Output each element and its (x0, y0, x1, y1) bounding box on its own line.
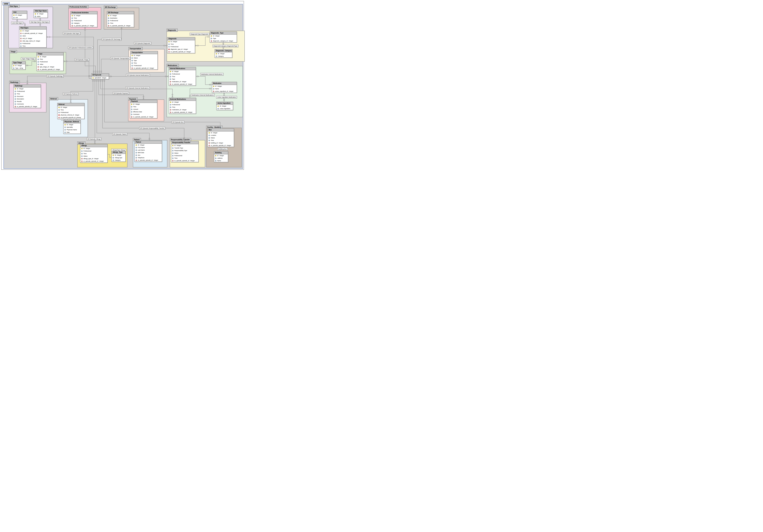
entity-allergy-type[interactable]: Allergy_Typeid : integerAllergy typeCate… (111, 151, 126, 162)
entity-allergy[interactable]: Allergyid : integerProfessionalTimeStatu… (80, 144, 108, 163)
entity-external-medications[interactable]: External Medicationsid : integerProfessi… (169, 98, 196, 114)
entity-vital-signs[interactable]: Vital Signsid : integerer_episode_episod… (19, 26, 47, 47)
attribute-label: Document (17, 96, 23, 97)
relation-label-er-episode-internal-medications[interactable]: ER Episode Internal Medications (126, 74, 150, 76)
group-tab-vital-signs[interactable]: Vital Signs (8, 5, 20, 8)
attribute-icon (81, 153, 83, 154)
entity-er-discharge[interactable]: ER Dischargeid : integerDestinationProfe… (107, 11, 134, 27)
attribute-label: unit (15, 17, 18, 18)
attribute-row: Comment (130, 113, 157, 116)
entity-diagnostic-category[interactable]: Diagnostic_Categoryid : integerCategory (215, 49, 232, 58)
group-tab-triage[interactable]: Triage (10, 50, 17, 53)
relation-label-er-episode-payment[interactable]: ER Episode Payment (113, 92, 129, 95)
group-tab-diagnostic[interactable]: Diagnostic (166, 29, 178, 32)
relation-label-er-episode-referral[interactable]: ER Episode Referral (63, 93, 78, 95)
entity-medication[interactable]: Medicationid : integerNameactive_ingredi… (212, 82, 237, 93)
relation-label-physicianreferral-referral[interactable]: PhysicianReferral Referral (61, 118, 81, 120)
group-tab-medications[interactable]: Medications (166, 64, 179, 67)
group-tab-professional-activities[interactable]: Professional Activities (68, 5, 89, 8)
relation-label-er-episode-box[interactable]: ER Episode Box (171, 121, 184, 124)
attribute-label: er_episode_episode_id : integer (211, 145, 231, 146)
group-tab-transportation[interactable]: Transportation (128, 47, 143, 50)
entity-responsability-transfer[interactable]: Responsability Transferid : integerTrans… (171, 141, 199, 162)
entity-title-referral: Referral (57, 103, 84, 106)
relation-label-unit-vital-signs[interactable]: Unit Vital Signs (11, 22, 23, 24)
group-tab-responsability-transfer[interactable]: Responsability Transfer (170, 138, 191, 141)
relation-label-medication-external-medications[interactable]: Medication External Medications (191, 94, 215, 96)
attribute-label: Category (74, 22, 80, 24)
relation-label-active-ingredient-medication[interactable]: Active Ingredient Medication (216, 96, 237, 98)
attribute-label: id : integer (37, 13, 44, 15)
entity-active-ingredient[interactable]: Active Ingredientid : integerActive Ingr… (216, 102, 233, 110)
relation-label-er-episode-triage[interactable]: ER Episode Triage (75, 58, 89, 61)
entity-triage[interactable]: Triageid : integerTimeProfessionalValuet… (37, 52, 63, 71)
entity-vital-sign-name[interactable]: Vital Sign Nameid : integername (34, 9, 48, 18)
relation-label-er-episode-vital-signs[interactable]: ER Episode Vital Signs (63, 32, 80, 35)
attribute-row: vital_sign_name_id : integer (19, 40, 46, 42)
relation-label-er-episode-allergy[interactable]: ER Episode Allergy (87, 138, 101, 140)
attribute-row: medication_id : integer (169, 80, 196, 83)
relation-label-er-episode-diagnostic[interactable]: ER Episode Diagnostic (134, 42, 151, 44)
entity-building[interactable]: Buildingid : integerAddressName (214, 151, 228, 162)
group-tab-radiology[interactable]: Radiology (9, 81, 20, 84)
relation-label-diagnosticcategory-diagnostictype[interactable]: DiagnosticCategory DiagnosticType (212, 44, 238, 47)
relation-label-medication-internal-medications[interactable]: Medication Internal Medications (200, 73, 223, 76)
entity-internal-medications[interactable]: Internal Medicationsid : integerProfessi… (168, 67, 196, 86)
entity-type-triage[interactable]: Type Triageid : integerType : string (12, 61, 26, 70)
entity-er-episode[interactable]: ER EpisodeepisodeId : integer (91, 73, 109, 79)
attribute-icon (170, 78, 171, 80)
attribute-icon (13, 17, 15, 18)
attribute-icon (15, 91, 16, 92)
relation-label-er-episode-professional-activities[interactable]: ER Episode Professional Activities (68, 46, 93, 49)
relation-label-type-triage-triage[interactable]: Type Triage Triage (21, 57, 36, 60)
entity-unit[interactable]: Unitid : integerunit (12, 11, 27, 19)
attribute-label: id : integer (218, 53, 225, 54)
primary-key-icon (20, 30, 22, 32)
relation-label-er-episode-patient[interactable]: ER Episode Patient (112, 133, 127, 135)
attribute-row: Type (169, 78, 196, 80)
entity-title-external-medications: External Medications (169, 98, 196, 101)
relation-label-er-episode-responsability-transfer[interactable]: ER Episode Responsability Transfer (139, 127, 165, 130)
relation-label-vital-sign-name-vital-signs[interactable]: Vital Sign Name Vital Signs (29, 21, 50, 23)
attribute-row: id : integer (217, 105, 233, 107)
entity-referral[interactable]: Referralid : integerTimeProfessionalphys… (57, 103, 84, 119)
entity-diagnostic[interactable]: Diagnosticid : integerTimeProfessionaldi… (167, 37, 195, 53)
attribute-icon (170, 73, 171, 75)
entity-box[interactable]: Boxid : integerLocationStatusTimebuildin… (207, 128, 234, 147)
attribute-row: id : integer (214, 154, 228, 157)
entity-physician-referral[interactable]: Physician_Referralid : integerSpeciality… (63, 120, 81, 134)
foreign-key-icon (131, 67, 133, 69)
entity-transportation[interactable]: Transportationid : integerStatusTypeTime… (130, 51, 158, 70)
attribute-row: Time (57, 109, 84, 111)
attribute-label: id : integer (174, 145, 181, 146)
attribute-icon (113, 157, 114, 158)
primary-key-icon (13, 14, 15, 16)
attribute-label: id : integer (17, 88, 24, 90)
entity-diagnostic-type[interactable]: Diagnostic_Typeid : integerTypediagnosti… (210, 32, 237, 43)
attribute-row: Time (37, 58, 63, 60)
entity-professional-activities[interactable]: Professional Activitiesid : integerTimeP… (70, 11, 97, 27)
primary-key-icon (213, 85, 215, 87)
attribute-label: id : integer (83, 148, 90, 149)
relation-label-er-episode-radiology[interactable]: ER Episode Radiology (47, 75, 63, 77)
relation-label-allergytype-allergy[interactable]: AllergyType Allergy (111, 149, 126, 151)
primary-key-icon (81, 148, 83, 149)
attribute-label: Status (211, 137, 215, 138)
entity-payment[interactable]: Paymentid : integerTimeAmountEffective D… (130, 100, 157, 119)
group-tab-er-discharge[interactable]: ER Discharge (104, 6, 117, 9)
entity-patient[interactable]: Patientid : integerFirst NameLast NameBi… (135, 140, 162, 162)
relation-label-diagnostictype-diagnostic[interactable]: DiagnosticType Diagnostic (190, 33, 209, 36)
entity-title-vital-signs: Vital Signs (19, 27, 46, 30)
group-tab-referral[interactable]: Referral (49, 97, 58, 100)
attribute-label: medication_id : integer (172, 81, 186, 82)
attribute-label: Professional (110, 20, 118, 22)
relation-label-er-episode-er-discharge[interactable]: ER Episode ER Discharge (102, 38, 121, 41)
relation-label-building-box[interactable]: Building Box (217, 148, 228, 150)
relation-label-er-episode-transportation[interactable]: ER Episode Transportation (110, 57, 130, 60)
entity-radiology[interactable]: Radiologyid : integerProfessionalTimeDoc… (14, 84, 41, 108)
attribute-row: id : integer (212, 85, 237, 87)
attribute-label: Sex (138, 154, 140, 156)
attribute-row: id : integer (19, 30, 46, 32)
attribute-row: Type : string (12, 67, 25, 69)
relation-label-er-episode-external-medications[interactable]: ER Episode External Medications (125, 87, 150, 89)
